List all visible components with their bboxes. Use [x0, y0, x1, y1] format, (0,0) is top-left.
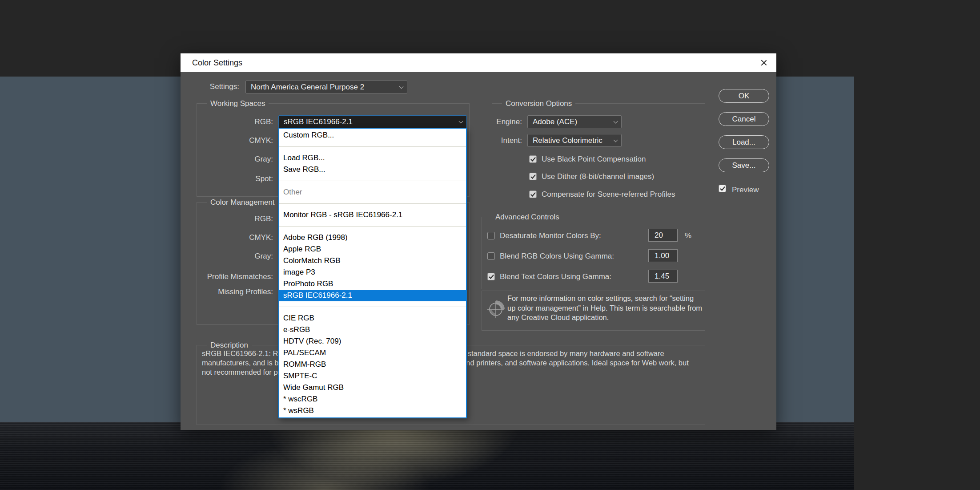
- preview-label: Preview: [732, 184, 759, 196]
- engine-label: Engine:: [488, 116, 522, 128]
- desaturate-checkbox[interactable]: [487, 232, 495, 239]
- black-point-compensation-checkbox[interactable]: [529, 155, 537, 163]
- intent-select-value: Relative Colorimetric: [533, 136, 602, 145]
- cm-gray-label: Gray:: [184, 250, 273, 263]
- blend-text-gamma-input[interactable]: 1.45: [648, 270, 678, 283]
- dropdown-item[interactable]: Monitor RGB - sRGB IEC61966-2.1: [279, 209, 466, 221]
- dropdown-item-label: Save RGB...: [283, 165, 325, 174]
- dropdown-item[interactable]: Custom RGB...: [279, 130, 466, 141]
- dropdown-item[interactable]: * wscRGB: [279, 393, 466, 405]
- ws-rgb-select[interactable]: sRGB IEC61966-2.1: [278, 115, 467, 128]
- scene-referred-checkbox[interactable]: [529, 190, 537, 198]
- dropdown-item[interactable]: PAL/SECAM: [279, 347, 466, 359]
- blend-text-gamma-label: Blend Text Colors Using Gamma:: [500, 271, 611, 283]
- ws-cmyk-label: CMYK:: [206, 134, 273, 147]
- dropdown-item[interactable]: * wsRGB: [279, 405, 466, 417]
- dropdown-item-label: HDTV (Rec. 709): [283, 337, 341, 345]
- dropdown-item[interactable]: ColorMatch RGB: [279, 255, 466, 267]
- dropdown-item[interactable]: ProPhoto RGB: [279, 278, 466, 290]
- dropdown-item[interactable]: HDTV (Rec. 709): [279, 336, 466, 347]
- dropdown-item[interactable]: SMPTE-C: [279, 370, 466, 382]
- rgb-dropdown-list: Custom RGB... Load RGB... Save RGB... Ot…: [278, 128, 467, 418]
- preview-checkbox[interactable]: [719, 185, 726, 192]
- color-settings-dialog: Color Settings Settings: North America G…: [181, 53, 776, 430]
- dropdown-item[interactable]: Save RGB...: [279, 164, 466, 175]
- working-spaces-title: Working Spaces: [207, 99, 269, 108]
- load-button[interactable]: Load...: [719, 135, 769, 149]
- ws-rgb-select-value: sRGB IEC61966-2.1: [284, 117, 353, 126]
- dropdown-separator: [279, 175, 466, 186]
- conversion-options-title: Conversion Options: [502, 99, 575, 108]
- dropdown-item-label: Adobe RGB (1998): [283, 233, 348, 242]
- chevron-down-icon: [614, 119, 618, 124]
- cancel-button[interactable]: Cancel: [719, 112, 769, 126]
- desaturate-value-input[interactable]: 20: [648, 229, 678, 242]
- dropdown-item[interactable]: Apple RGB: [279, 243, 466, 255]
- intent-label: Intent:: [488, 134, 522, 147]
- globe-icon: [486, 299, 506, 319]
- dropdown-item-label: e-sRGB: [283, 325, 310, 334]
- chevron-down-icon: [614, 138, 618, 142]
- use-dither-label: Use Dither (8-bit/channel images): [542, 170, 654, 182]
- dropdown-separator: [279, 141, 466, 152]
- save-button[interactable]: Save...: [719, 158, 769, 172]
- ws-spot-label: Spot:: [206, 173, 273, 185]
- dropdown-item-label: Other: [283, 188, 302, 196]
- dropdown-item-label: * wscRGB: [283, 395, 317, 403]
- dropdown-item-label: PAL/SECAM: [283, 348, 326, 357]
- dropdown-item-label: ProPhoto RGB: [283, 279, 333, 288]
- advanced-controls-title: Advanced Controls: [492, 213, 563, 222]
- cm-profile-mismatches-label: Profile Mismatches:: [184, 271, 273, 283]
- dropdown-group-header: Other: [279, 186, 466, 198]
- dropdown-separator: [279, 301, 466, 312]
- engine-select-value: Adobe (ACE): [533, 117, 577, 126]
- dropdown-item-label: SMPTE-C: [283, 372, 317, 380]
- dropdown-item[interactable]: ROMM-RGB: [279, 359, 466, 370]
- blend-rgb-gamma-checkbox[interactable]: [487, 252, 495, 260]
- settings-select[interactable]: North America General Purpose 2: [245, 81, 407, 93]
- dropdown-item-label: Load RGB...: [283, 154, 325, 162]
- cm-rgb-label: RGB:: [184, 213, 273, 225]
- dropdown-item-label: sRGB IEC61966-2.1: [283, 291, 352, 300]
- scene-referred-label: Compensate for Scene-referred Profiles: [542, 188, 675, 200]
- dropdown-item[interactable]: e-sRGB: [279, 324, 466, 336]
- dropdown-separator: [279, 221, 466, 232]
- blend-text-gamma-checkbox[interactable]: [487, 273, 495, 280]
- color-management-title: Color Management: [207, 198, 278, 207]
- dropdown-item-label: * wsRGB: [283, 406, 314, 415]
- close-icon[interactable]: [759, 57, 769, 68]
- engine-select[interactable]: Adobe (ACE): [527, 115, 622, 128]
- dropdown-item[interactable]: Adobe RGB (1998): [279, 232, 466, 243]
- dropdown-item-label: CIE RGB: [283, 314, 314, 322]
- desaturate-label: Desaturate Monitor Colors By:: [500, 230, 601, 242]
- photo-ocean: [0, 422, 854, 490]
- blend-rgb-gamma-label: Blend RGB Colors Using Gamma:: [500, 250, 614, 262]
- dropdown-item[interactable]: CIE RGB: [279, 312, 466, 324]
- dropdown-item-selected[interactable]: sRGB IEC61966-2.1: [279, 290, 466, 301]
- use-dither-checkbox[interactable]: [529, 173, 537, 180]
- blend-rgb-gamma-input[interactable]: 1.00: [648, 249, 678, 262]
- dropdown-item-label: Monitor RGB - sRGB IEC61966-2.1: [283, 211, 402, 219]
- help-note-text: For more information on color settings, …: [507, 294, 704, 323]
- dropdown-item-label: Wide Gamut RGB: [283, 383, 344, 392]
- dropdown-separator: [279, 198, 466, 209]
- chevron-down-icon: [459, 119, 463, 124]
- dropdown-item-label: image P3: [283, 268, 315, 276]
- dropdown-item-label: ColorMatch RGB: [283, 256, 340, 265]
- chevron-down-icon: [399, 85, 404, 89]
- desaturate-percent-suffix: %: [685, 230, 691, 242]
- screen: Color Settings Settings: North America G…: [0, 0, 980, 490]
- ok-button[interactable]: OK: [719, 89, 769, 103]
- dropdown-item[interactable]: image P3: [279, 267, 466, 278]
- settings-label: Settings:: [185, 81, 239, 93]
- black-point-compensation-label: Use Black Point Compensation: [542, 153, 646, 165]
- dialog-title: Color Settings: [192, 53, 242, 72]
- intent-select[interactable]: Relative Colorimetric: [527, 134, 622, 147]
- ws-rgb-label: RGB:: [206, 116, 273, 128]
- dropdown-item-label: Apple RGB: [283, 245, 321, 253]
- dropdown-item[interactable]: Load RGB...: [279, 152, 466, 164]
- cm-cmyk-label: CMYK:: [184, 231, 273, 244]
- dialog-titlebar[interactable]: Color Settings: [181, 53, 776, 72]
- dropdown-item-label: ROMM-RGB: [283, 360, 326, 369]
- dropdown-item[interactable]: Wide Gamut RGB: [279, 382, 466, 393]
